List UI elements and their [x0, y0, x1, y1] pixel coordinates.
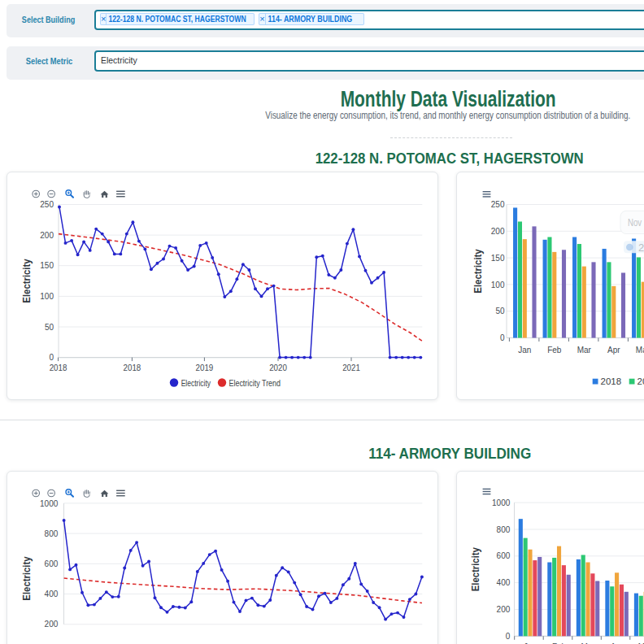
svg-text:Electricity: Electricity [472, 248, 484, 293]
svg-text:Feb: Feb [547, 346, 562, 355]
svg-text:2020: 2020 [269, 363, 287, 372]
svg-text:Apr: Apr [607, 346, 620, 355]
svg-text:2018: 2018 [600, 376, 621, 386]
svg-text:150: 150 [40, 261, 54, 270]
svg-text:2018: 2018 [50, 363, 67, 372]
svg-text:50: 50 [45, 322, 54, 331]
svg-text:400: 400 [496, 578, 510, 587]
svg-text:1000: 1000 [492, 498, 511, 507]
svg-text:50: 50 [495, 307, 505, 315]
svg-text:250: 250 [40, 200, 54, 209]
svg-text:2019: 2019 [196, 363, 214, 372]
svg-text:200: 200 [40, 230, 54, 239]
svg-text:Electricity: Electricity [20, 258, 33, 302]
svg-text:100: 100 [490, 280, 504, 289]
svg-text:600: 600 [496, 551, 510, 560]
svg-text:2021: 2021 [342, 363, 360, 372]
svg-text:Jan: Jan [518, 346, 531, 355]
svg-text:1000: 1000 [40, 498, 59, 507]
svg-text:0: 0 [49, 353, 54, 362]
svg-text:Electricity: Electricity [469, 546, 481, 591]
svg-text:100: 100 [40, 292, 54, 301]
svg-text:400: 400 [45, 590, 59, 598]
svg-text:2019: 2019 [637, 376, 644, 386]
svg-text:200: 200 [45, 620, 59, 629]
svg-text:Electricity: Electricity [20, 555, 33, 600]
svg-text:200: 200 [490, 226, 504, 235]
svg-text:Electricity Trend: Electricity Trend [229, 378, 281, 387]
svg-text:800: 800 [496, 524, 510, 533]
svg-text:0: 0 [505, 631, 510, 640]
svg-text:800: 800 [45, 529, 59, 537]
svg-text:May: May [635, 346, 644, 355]
svg-text:2018: 2018 [124, 363, 141, 372]
svg-text:200: 200 [496, 605, 510, 614]
svg-text:0: 0 [499, 333, 504, 342]
svg-text:150: 150 [490, 253, 504, 262]
svg-text:Electricity: Electricity [181, 378, 211, 387]
svg-text:600: 600 [45, 559, 59, 568]
svg-text:Nov: Nov [628, 216, 642, 228]
svg-text:2: 2 [638, 241, 644, 253]
svg-text:Mar: Mar [577, 346, 591, 355]
svg-text:250: 250 [490, 200, 504, 209]
